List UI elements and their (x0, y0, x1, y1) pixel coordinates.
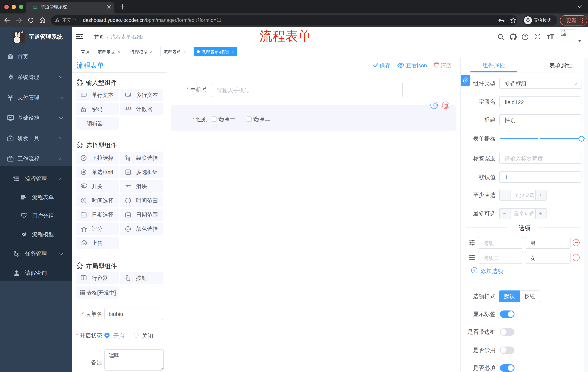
svg-text:?: ? (524, 34, 526, 39)
svg-text:123: 123 (125, 106, 132, 111)
